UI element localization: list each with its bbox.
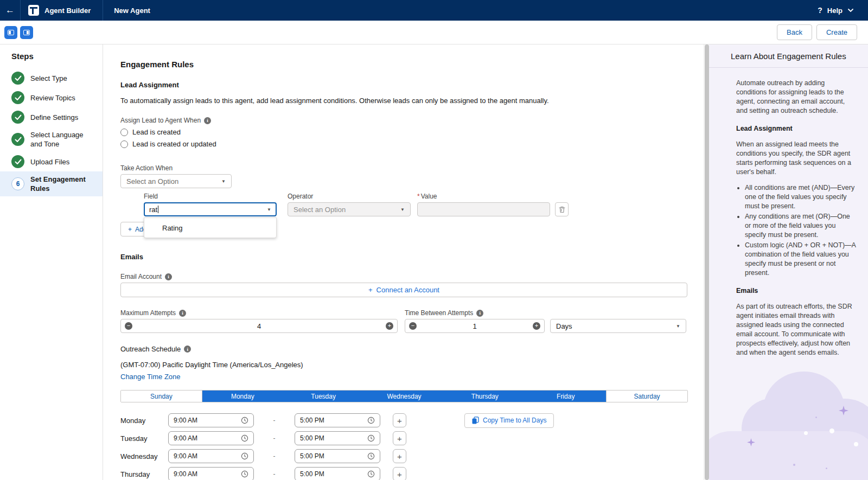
radio-option-lead-created-or-updated[interactable]: Lead is created or updated	[120, 140, 687, 148]
email-account-label-row: Email Account i	[120, 273, 687, 280]
time-unit-select[interactable]: Days ▼	[550, 319, 686, 333]
page-heading: Engagement Rules	[120, 60, 687, 69]
delete-condition-button[interactable]	[555, 202, 569, 216]
time-between-value[interactable]: 1	[417, 322, 533, 330]
check-icon	[11, 133, 24, 146]
connect-account-box[interactable]: + Connect an Account	[120, 283, 687, 297]
value-input[interactable]	[417, 202, 550, 216]
assign-lead-label: Assign Lead to Agent When	[120, 117, 201, 124]
add-time-slot-button[interactable]: +	[393, 413, 406, 427]
sidebar-item-review-topics[interactable]: Review Topics	[0, 88, 103, 107]
change-timezone-link[interactable]: Change Time Zone	[120, 373, 181, 381]
operator-select[interactable]: Select an Option ▼	[288, 202, 411, 216]
time-between-stepper: − 1 +	[405, 319, 545, 333]
end-time-input[interactable]: 5:00 PM	[295, 449, 380, 463]
help-question-icon[interactable]: ?	[818, 6, 822, 15]
decrement-icon[interactable]: −	[409, 322, 417, 330]
info-icon[interactable]: i	[204, 117, 211, 124]
add-time-slot-button[interactable]: +	[393, 449, 406, 463]
navbar-right: ? Help	[818, 0, 868, 21]
sidebar-item-set-engagement-rules[interactable]: 6 Set Engagement Rules	[0, 171, 103, 196]
start-time-value: 9:00 AM	[174, 470, 197, 478]
back-arrow-icon[interactable]: ←	[0, 0, 21, 21]
scrollbar-thumb[interactable]	[705, 44, 709, 480]
operator-column: Operator Select an Option ▼	[288, 193, 411, 216]
required-asterisk: *	[417, 193, 420, 200]
day-tab-wednesday[interactable]: Wednesday	[364, 391, 445, 402]
start-time-value: 9:00 AM	[174, 434, 197, 442]
max-attempts-value[interactable]: 4	[132, 322, 386, 330]
condition-row: Field rat ▼ Rating Operator Select an Op…	[144, 193, 687, 216]
help-panel: Learn About Engagement Rules Automate ou…	[709, 44, 868, 480]
radio-icon[interactable]	[120, 129, 128, 136]
day-tab-saturday[interactable]: Saturday	[606, 391, 687, 402]
copy-icon	[472, 417, 479, 424]
end-time-input[interactable]: 5:00 PM	[295, 431, 380, 445]
radio-option-lead-created[interactable]: Lead is created	[120, 128, 687, 136]
app-name: Agent Builder	[44, 7, 91, 15]
connect-account-link[interactable]: + Connect an Account	[368, 286, 439, 294]
start-time-value: 9:00 AM	[174, 417, 197, 424]
help-panel-title: Learn About Engagement Rules	[709, 44, 868, 67]
toggle-right-panel-button[interactable]	[20, 26, 33, 39]
day-tab-friday[interactable]: Friday	[525, 391, 606, 402]
create-button[interactable]: Create	[816, 24, 857, 40]
info-icon[interactable]: i	[476, 310, 483, 317]
end-time-input[interactable]: 5:00 PM	[295, 467, 380, 480]
schedule-table: Monday 9:00 AM - 5:00 PM + Copy Time to …	[120, 413, 687, 480]
increment-icon[interactable]: +	[533, 322, 540, 330]
start-time-input[interactable]: 9:00 AM	[168, 413, 254, 427]
copy-time-label: Copy Time to All Days	[483, 417, 546, 424]
clock-icon	[367, 434, 375, 442]
info-icon[interactable]: i	[184, 345, 191, 353]
day-tab-monday[interactable]: Monday	[202, 391, 283, 402]
day-tab-thursday[interactable]: Thursday	[444, 391, 525, 402]
attempts-row: Maximum Attempts i − 4 + Time Between At…	[120, 309, 687, 333]
start-time-input[interactable]: 9:00 AM	[168, 431, 254, 445]
lead-assignment-heading: Lead Assignment	[120, 81, 687, 89]
help-section-body: When an assigned lead meets the conditio…	[736, 140, 857, 177]
start-time-input[interactable]: 9:00 AM	[168, 449, 254, 463]
help-bullet: Any conditions are met (OR)—One or more …	[745, 212, 857, 240]
day-tab-tuesday[interactable]: Tuesday	[283, 391, 364, 402]
take-action-value: Select an Option	[126, 177, 178, 185]
info-icon[interactable]: i	[165, 273, 172, 280]
max-attempts-stepper: − 4 +	[120, 319, 398, 333]
toolbar-actions: Back Create	[777, 24, 857, 40]
add-time-slot-button[interactable]: +	[393, 467, 406, 480]
clock-icon	[367, 470, 375, 478]
step-label: Select Language and Tone	[30, 130, 87, 149]
row-day-label: Tuesday	[120, 434, 168, 443]
field-combobox[interactable]: rat ▼	[144, 202, 277, 216]
decrement-icon[interactable]: −	[125, 322, 132, 330]
take-action-select[interactable]: Select an Option ▼	[120, 174, 232, 188]
toggle-left-panel-button[interactable]	[4, 26, 17, 39]
field-input-value: rat	[149, 206, 157, 214]
radio-icon[interactable]	[120, 140, 128, 148]
chevron-down-icon[interactable]	[847, 8, 854, 12]
clock-icon	[241, 417, 248, 424]
chevron-down-icon: ▼	[267, 207, 271, 212]
sidebar-item-define-settings[interactable]: Define Settings	[0, 107, 103, 127]
clock-icon	[367, 417, 375, 424]
sidebar-item-select-language-tone[interactable]: Select Language and Tone	[0, 127, 92, 152]
help-section-body: As part of its outreach efforts, the SDR…	[736, 302, 857, 357]
increment-icon[interactable]: +	[386, 322, 393, 330]
steps-heading: Steps	[0, 52, 103, 68]
copy-time-button[interactable]: Copy Time to All Days	[464, 413, 554, 428]
emails-heading: Emails	[120, 253, 687, 261]
end-time-input[interactable]: 5:00 PM	[295, 413, 380, 427]
add-time-slot-button[interactable]: +	[393, 431, 406, 445]
vertical-scrollbar[interactable]	[704, 44, 709, 480]
help-label[interactable]: Help	[827, 7, 843, 15]
start-time-input[interactable]: 9:00 AM	[168, 467, 254, 480]
dropdown-option-rating[interactable]: Rating	[144, 218, 276, 238]
day-tab-sunday[interactable]: Sunday	[121, 391, 202, 402]
help-bullet: Custom logic (AND + OR + NOT)—A combinat…	[745, 241, 857, 278]
back-button[interactable]: Back	[777, 24, 812, 40]
plus-icon: +	[368, 286, 373, 294]
info-icon[interactable]: i	[179, 310, 186, 317]
sidebar-item-select-type[interactable]: Select Type	[0, 68, 103, 88]
sidebar-item-upload-files[interactable]: Upload Files	[0, 152, 103, 171]
step-label: Select Type	[30, 74, 67, 83]
